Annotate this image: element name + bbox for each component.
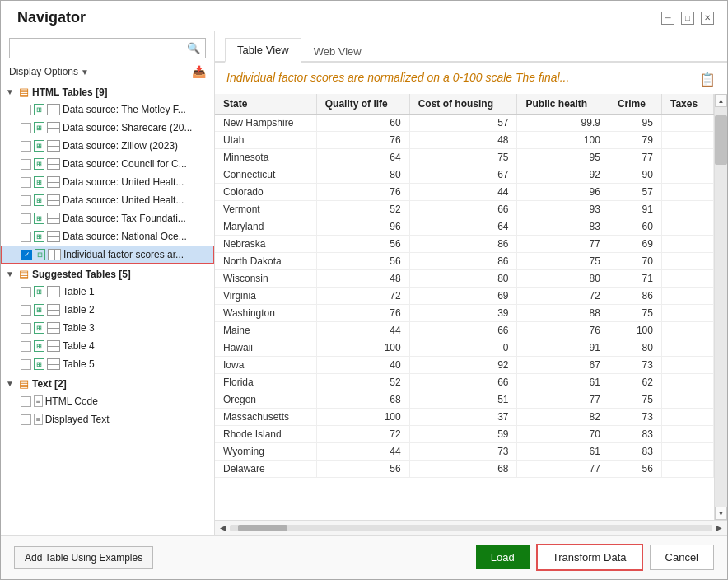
table-cell: 61 bbox=[517, 374, 609, 391]
tree-item-2[interactable]: ⊞Table 3 bbox=[1, 319, 214, 337]
table-row: Hawaii10009180 bbox=[215, 339, 714, 357]
checkbox[interactable] bbox=[21, 323, 31, 334]
item-label: Data source: United Healt... bbox=[63, 176, 184, 188]
main-content: 🔍 Display Options ▼ 📥 ▼ ▤ HTML Tables [9… bbox=[1, 31, 727, 535]
tree-section-html-tables: ▼ ▤ HTML Tables [9] ⊞Data source: The Mo… bbox=[1, 83, 214, 264]
section-header-text[interactable]: ▼ ▤ Text [2] bbox=[1, 375, 214, 392]
tree-item-3[interactable]: ⊞Data source: Council for C... bbox=[1, 155, 214, 173]
table-cell: 51 bbox=[409, 391, 517, 409]
table-icon bbox=[47, 213, 60, 224]
item-label: Data source: Tax Foundati... bbox=[63, 213, 186, 224]
tree-item-4[interactable]: ⊞Data source: United Healt... bbox=[1, 173, 214, 191]
search-input[interactable] bbox=[10, 40, 182, 58]
tree-item-2[interactable]: ⊞Data source: Zillow (2023) bbox=[1, 137, 214, 155]
table-cell: 72 bbox=[316, 288, 409, 305]
table-cell: 86 bbox=[609, 288, 661, 305]
checkbox[interactable] bbox=[21, 305, 31, 316]
search-box[interactable]: 🔍 bbox=[9, 38, 206, 58]
table-cell: 0 bbox=[409, 339, 517, 357]
section-label: Suggested Tables [5] bbox=[32, 269, 131, 280]
column-header: Public health bbox=[517, 94, 609, 115]
html-icon: ⊞ bbox=[34, 340, 44, 352]
table-cell: 67 bbox=[409, 166, 517, 184]
table-scroll-inner[interactable]: StateQuality of lifeCost of housingPubli… bbox=[215, 94, 714, 520]
table-cell: 69 bbox=[409, 288, 517, 305]
table-cell: 72 bbox=[316, 426, 409, 443]
transform-data-button[interactable]: Transform Data bbox=[536, 544, 643, 571]
table-row: North Dakota56867570 bbox=[215, 253, 714, 270]
table-scroll-wrap: StateQuality of lifeCost of housingPubli… bbox=[215, 94, 727, 520]
section-header-suggested-tables[interactable]: ▼ ▤ Suggested Tables [5] bbox=[1, 265, 214, 283]
checkbox[interactable] bbox=[21, 213, 31, 224]
table-icon bbox=[47, 322, 60, 334]
item-label: Data source: Council for C... bbox=[63, 158, 187, 170]
item-label: Data source: Zillow (2023) bbox=[63, 140, 178, 152]
checkbox[interactable] bbox=[21, 396, 31, 407]
export-icon[interactable]: 📋 bbox=[699, 72, 716, 87]
table-cell: Iowa bbox=[215, 357, 316, 374]
table-cell: 69 bbox=[609, 236, 661, 253]
display-options-button[interactable]: Display Options ▼ bbox=[9, 66, 89, 77]
item-label: Table 1 bbox=[63, 286, 95, 297]
table-icon bbox=[47, 140, 60, 152]
checkbox[interactable] bbox=[21, 105, 31, 115]
table-row: Utah764810079 bbox=[215, 132, 714, 149]
tree-item-1[interactable]: ⊞Table 2 bbox=[1, 301, 214, 319]
table-cell: 93 bbox=[517, 201, 609, 218]
load-button[interactable]: Load bbox=[476, 545, 530, 569]
scroll-thumb[interactable] bbox=[715, 115, 727, 165]
table-icon bbox=[47, 340, 60, 352]
cancel-button[interactable]: Cancel bbox=[650, 545, 714, 570]
table-cell: 73 bbox=[609, 409, 661, 426]
tree-item-0[interactable]: ⊞Table 1 bbox=[1, 283, 214, 301]
table-cell: 40 bbox=[316, 357, 409, 374]
import-icon[interactable]: 📥 bbox=[192, 65, 206, 78]
checkbox[interactable]: ✓ bbox=[21, 250, 32, 260]
scroll-thumb-h[interactable] bbox=[238, 525, 287, 531]
tab-web-view[interactable]: Web View bbox=[301, 40, 374, 63]
maximize-button[interactable]: □ bbox=[681, 12, 694, 25]
tree-item-6[interactable]: ⊞Data source: Tax Foundati... bbox=[1, 209, 214, 227]
tree-item-0[interactable]: ≡HTML Code bbox=[1, 392, 214, 410]
tab-table-view[interactable]: Table View bbox=[225, 38, 301, 63]
table-cell bbox=[661, 461, 713, 478]
table-cell bbox=[661, 305, 713, 322]
table-cell: 73 bbox=[409, 443, 517, 461]
checkbox[interactable] bbox=[21, 177, 31, 188]
tree-item-4[interactable]: ⊞Table 5 bbox=[1, 355, 214, 373]
checkbox[interactable] bbox=[21, 159, 31, 170]
checkbox[interactable] bbox=[21, 341, 31, 352]
item-label: Data source: National Oce... bbox=[63, 231, 187, 242]
tree-item-5[interactable]: ⊞Data source: United Healt... bbox=[1, 191, 214, 209]
scroll-right-button[interactable]: ▶ bbox=[716, 523, 722, 532]
table-cell: 66 bbox=[409, 374, 517, 391]
scroll-down-button[interactable]: ▼ bbox=[715, 507, 727, 520]
table-cell: 75 bbox=[517, 253, 609, 270]
horizontal-scrollbar: ◀ ▶ bbox=[215, 520, 727, 535]
table-cell: 86 bbox=[409, 236, 517, 253]
table-cell: 64 bbox=[316, 149, 409, 166]
tree-item-0[interactable]: ⊞Data source: The Motley F... bbox=[1, 101, 214, 119]
scroll-left-button[interactable]: ◀ bbox=[220, 523, 226, 532]
minimize-button[interactable]: ─ bbox=[661, 12, 674, 25]
tree-item-3[interactable]: ⊞Table 4 bbox=[1, 337, 214, 355]
checkbox[interactable] bbox=[21, 359, 31, 370]
table-cell: 77 bbox=[517, 461, 609, 478]
checkbox[interactable] bbox=[21, 414, 31, 425]
add-table-button[interactable]: Add Table Using Examples bbox=[14, 546, 153, 569]
table-row: Nebraska56867769 bbox=[215, 236, 714, 253]
checkbox[interactable] bbox=[21, 195, 31, 206]
tree-item-8[interactable]: ✓⊞Individual factor scores ar... bbox=[1, 246, 214, 264]
checkbox[interactable] bbox=[21, 287, 31, 297]
table-row: Colorado76449657 bbox=[215, 184, 714, 201]
checkbox[interactable] bbox=[21, 232, 31, 242]
tree-item-1[interactable]: ⊞Data source: Sharecare (20... bbox=[1, 119, 214, 137]
scroll-up-button[interactable]: ▲ bbox=[715, 94, 727, 107]
checkbox[interactable] bbox=[21, 123, 31, 133]
tree-item-1[interactable]: ≡Displayed Text bbox=[1, 410, 214, 428]
tree-item-7[interactable]: ⊞Data source: National Oce... bbox=[1, 227, 214, 246]
checkbox[interactable] bbox=[21, 141, 31, 152]
close-button[interactable]: ✕ bbox=[701, 12, 714, 25]
section-header-html-tables[interactable]: ▼ ▤ HTML Tables [9] bbox=[1, 83, 214, 101]
table-cell: 56 bbox=[316, 253, 409, 270]
